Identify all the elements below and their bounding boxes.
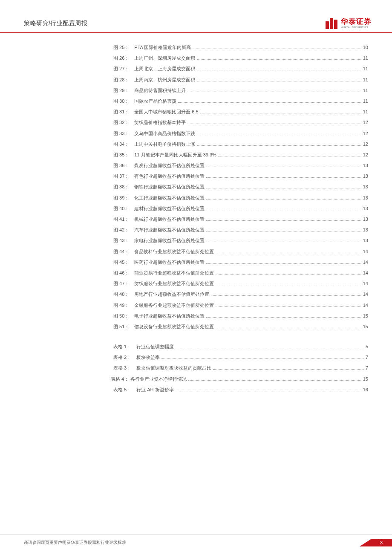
- toc-title: 有色行业超额收益不估值所处位置: [129, 173, 205, 179]
- toc-label: 图 33：: [24, 131, 129, 136]
- toc-title: 机械行业超额收益不估值所处位置: [129, 217, 205, 222]
- toc-label: 图 38：: [24, 184, 129, 190]
- report-category: 策略研究/行业配置周报: [24, 20, 87, 29]
- toc-title: 上周南京、杭州房屋成交面积: [129, 77, 195, 83]
- toc-label: 图 37：: [24, 173, 129, 179]
- toc-title: 纺织服装行业超额收益不估值所处位置: [129, 281, 214, 286]
- toc-row: 表格 4：各行业产业资本净增持情况15: [24, 376, 368, 382]
- toc-leader-dots: [206, 231, 361, 231]
- toc-title: 板块收益率: [131, 355, 160, 360]
- toc-label: 图 49：: [24, 303, 129, 308]
- brand-logo: 华泰证券 HUATAI SECURITIES: [326, 17, 372, 29]
- toc-page: 14: [363, 303, 368, 308]
- toc-title: 金融服务行业超额收益不估值所处位置: [129, 303, 214, 308]
- toc-title: 信息设备行业超额收益不估值所处位置: [129, 324, 214, 330]
- logo-text: 华泰证券 HUATAI SECURITIES: [341, 18, 372, 29]
- toc-page: 11: [363, 98, 368, 104]
- page-header: 策略研究/行业配置周报 华泰证券 HUATAI SECURITIES: [0, 0, 392, 33]
- toc-leader-dots: [206, 177, 361, 178]
- toc-page: 14: [363, 260, 368, 265]
- toc-title: 煤炭行业超额收益不估值所处位置: [129, 163, 205, 168]
- toc-leader-dots: [197, 145, 361, 146]
- toc-row: 图 51：信息设备行业超额收益不估值所处位置15: [24, 324, 368, 330]
- toc-row: 图 35：11 月笔记本产量同比大幅回升至 39.3%12: [24, 152, 368, 158]
- toc-title: 纺织品价格指数基本持平: [129, 120, 186, 125]
- toc-row: 图 42：汽车行业超额收益不估值所处位置13: [24, 227, 368, 233]
- footer-disclaimer: 谨请参阅尾页重要声明及华泰证券股票和行业评级标准: [24, 540, 126, 546]
- toc-row: 图 32：纺织品价格指数基本持平12: [24, 120, 368, 125]
- toc-title: 商品房待售面积持续上升: [129, 88, 186, 93]
- toc-row: 图 34：上周中关村电子价格指数上涨12: [24, 142, 368, 147]
- toc-row: 图 48：房地产行业超额收益不估值所处位置14: [24, 292, 368, 297]
- toc-leader-dots: [176, 391, 361, 391]
- toc-row: 图 46：商业贸易行业超额收益不估值所处位置14: [24, 270, 368, 276]
- toc-label: 图 35：: [24, 152, 129, 158]
- toc-page: 14: [363, 292, 368, 297]
- toc-row: 图 41：机械行业超额收益不估值所处位置13: [24, 217, 368, 222]
- toc-label: 图 47：: [24, 281, 129, 286]
- toc-row: 图 50：电子行业超额收益不估值所处位置15: [24, 313, 368, 319]
- toc-title: 义乌中国小商品价格指数下跌: [129, 131, 195, 136]
- toc-title: 食品饮料行业超额收益不估值所处位置: [129, 249, 214, 254]
- toc-title: 家电行业超额收益不估值所处位置: [129, 238, 205, 243]
- logo-mark-icon: [326, 17, 338, 29]
- figures-list: 图 25：PTA 国际价格逼近年内新高10图 26：上周广州、深圳房屋成交面积1…: [24, 45, 368, 330]
- toc-row: 图 47：纺织服装行业超额收益不估值所处位置14: [24, 281, 368, 286]
- toc-leader-dots: [188, 380, 361, 381]
- toc-label: 表格 5：: [24, 387, 131, 393]
- toc-label: 图 27：: [24, 66, 129, 72]
- toc-leader-dots: [213, 369, 364, 370]
- toc-leader-dots: [218, 156, 361, 156]
- toc-label: 图 51：: [24, 324, 129, 330]
- toc-title: 建材行业超额收益不估值所处位置: [129, 206, 205, 211]
- toc-label: 图 29：: [24, 88, 129, 93]
- toc-leader-dots: [206, 317, 361, 318]
- toc-row: 图 38：钢铁行业超额收益不估值所处位置13: [24, 184, 368, 190]
- toc-page: 14: [363, 281, 368, 286]
- toc-page: 10: [363, 45, 368, 50]
- toc-page: 11: [363, 88, 368, 93]
- toc-title: 上周广州、深圳房屋成交面积: [129, 55, 195, 61]
- toc-page: 12: [363, 152, 368, 158]
- toc-leader-dots: [206, 188, 361, 188]
- toc-page: 13: [363, 163, 368, 168]
- toc-page: 13: [363, 184, 368, 190]
- toc-row: 表格 5：行业 AH 折溢价率16: [24, 387, 368, 393]
- toc-leader-dots: [216, 253, 361, 253]
- toc-row: 表格 1：行业估值调整幅度5: [24, 344, 368, 350]
- toc-title: 行业估值调整幅度: [131, 344, 174, 350]
- toc-row: 图 36：煤炭行业超额收益不估值所处位置13: [24, 163, 368, 168]
- toc-title: 全国大中城市猪粮比回升至 6.5: [129, 109, 198, 115]
- toc-leader-dots: [211, 295, 361, 296]
- toc-page: 7: [366, 365, 368, 371]
- toc-title: 钢铁行业超额收益不估值所处位置: [129, 184, 205, 190]
- toc-content: 图 25：PTA 国际价格逼近年内新高10图 26：上周广州、深圳房屋成交面积1…: [0, 33, 392, 393]
- toc-title: 各行业产业资本净增持情况: [129, 376, 187, 382]
- toc-row: 图 39：化工行业超额收益不估值所处位置13: [24, 195, 368, 201]
- toc-page: 11: [363, 55, 368, 61]
- toc-row: 图 31：全国大中城市猪粮比回升至 6.511: [24, 109, 368, 115]
- toc-title: 上周中关村电子价格指数上涨: [129, 142, 195, 147]
- toc-page: 13: [363, 227, 368, 233]
- toc-label: 图 50：: [24, 313, 129, 319]
- toc-page: 16: [363, 387, 368, 393]
- page-footer: 谨请参阅尾页重要声明及华泰证券股票和行业评级标准 3: [0, 534, 392, 546]
- toc-title: 11 月笔记本产量同比大幅回升至 39.3%: [129, 152, 216, 158]
- toc-label: 图 46：: [24, 270, 129, 276]
- toc-title: 医药行业超额收益不估值所处位置: [129, 260, 205, 265]
- toc-row: 图 25：PTA 国际价格逼近年内新高10: [24, 45, 368, 50]
- toc-leader-dots: [197, 81, 361, 81]
- toc-row: 图 45：医药行业超额收益不估值所处位置14: [24, 260, 368, 265]
- toc-leader-dots: [216, 285, 361, 285]
- toc-page: 11: [363, 66, 368, 72]
- toc-label: 表格 1：: [24, 344, 131, 350]
- toc-row: 表格 3：板块估值调整对板块收益的贡献占比7: [24, 365, 368, 371]
- toc-row: 图 43：家电行业超额收益不估值所处位置13: [24, 238, 368, 243]
- toc-page: 13: [363, 206, 368, 211]
- toc-page: 15: [363, 324, 368, 330]
- toc-title: 电子行业超额收益不估值所处位置: [129, 313, 205, 319]
- toc-title: 商业贸易行业超额收益不估值所处位置: [129, 270, 214, 276]
- toc-label: 图 45：: [24, 260, 129, 265]
- toc-leader-dots: [206, 199, 361, 199]
- toc-leader-dots: [197, 70, 361, 70]
